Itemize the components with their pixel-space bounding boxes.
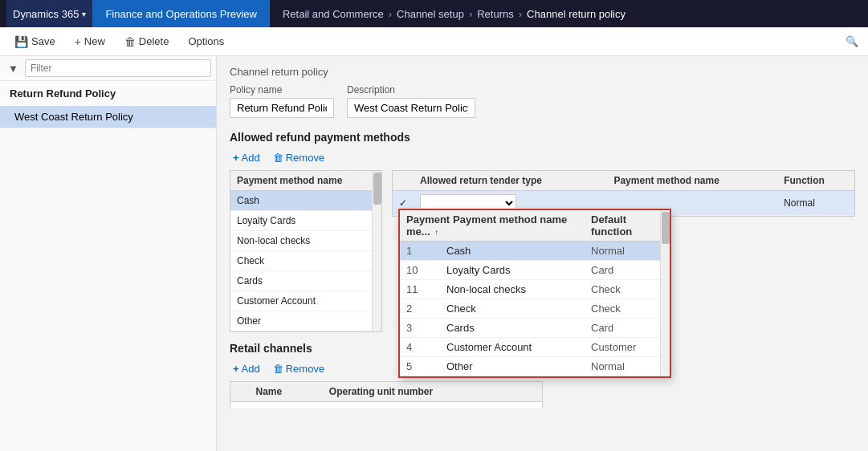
breadcrumb-item-4: Channel return policy: [527, 8, 626, 20]
popup-col3-header: Default function: [591, 213, 663, 238]
popup-row[interactable]: 4 Customer Account Customer: [400, 338, 670, 357]
options-button[interactable]: Options: [180, 32, 232, 51]
popup-row[interactable]: 3 Cards Card: [400, 319, 670, 338]
table-row[interactable]: Cash: [230, 191, 381, 211]
tender-type-col-header: Allowed return tender type: [414, 171, 607, 191]
sidebar: ▼ Return Refund Policy West Coast Return…: [0, 56, 217, 451]
retail-check-header: [230, 382, 250, 402]
save-button[interactable]: 💾 Save: [6, 32, 63, 51]
retail-add-button[interactable]: + Add: [230, 361, 263, 376]
table-row[interactable]: Customer Account: [230, 291, 381, 311]
sidebar-toolbar: ▼: [0, 56, 216, 81]
section-header: Channel return policy: [230, 66, 855, 78]
save-icon: 💾: [14, 35, 28, 48]
table-row[interactable]: Non-local checks: [230, 231, 381, 251]
dynamics-logo[interactable]: Dynamics 365 ▾: [6, 0, 92, 27]
breadcrumb-item-3[interactable]: Returns: [477, 8, 514, 20]
add-icon-2: +: [233, 363, 239, 375]
description-input[interactable]: [347, 98, 475, 118]
remove-icon: 🗑: [273, 152, 283, 164]
allowed-refund-add-button[interactable]: + Add: [230, 150, 263, 165]
delete-button[interactable]: 🗑 Delete: [116, 32, 177, 51]
payment-method-col-header2: Payment method name: [607, 171, 777, 191]
allowed-refund-title: Allowed refund payment methods: [230, 131, 855, 144]
policy-name-field: Policy name: [230, 84, 334, 118]
policy-name-input[interactable]: [230, 98, 334, 118]
popup-row[interactable]: 11 Non-local checks Check: [400, 280, 670, 299]
popup-scrollbar[interactable]: [660, 210, 670, 376]
top-nav: Dynamics 365 ▾ Finance and Operations Pr…: [0, 0, 868, 27]
delete-icon: 🗑: [124, 35, 136, 48]
remove-icon-2: 🗑: [273, 363, 283, 375]
search-button[interactable]: 🔍: [842, 32, 862, 51]
sidebar-list: Return Refund Policy West Coast Return P…: [0, 81, 216, 451]
popup-row[interactable]: 10 Loyalty Cards Card: [400, 261, 670, 280]
retail-channels-table: Name Operating unit number: [230, 381, 543, 409]
tender-type-dropdown-popup: Payment me... ↑ Payment method name Defa…: [398, 209, 671, 378]
breadcrumb-item-2[interactable]: Channel setup: [397, 8, 464, 20]
filter-input[interactable]: [25, 59, 211, 77]
add-icon: +: [233, 152, 239, 164]
function-cell: Normal: [777, 191, 854, 216]
allowed-tender-panel: Allowed return tender type Payment metho…: [392, 170, 855, 332]
filter-icon: ▼: [5, 61, 22, 76]
sidebar-group: Return Refund Policy West Coast Return P…: [0, 81, 216, 128]
payment-method-list: Payment method name Cash Loyalty Cards N…: [230, 170, 382, 332]
new-button[interactable]: + New: [67, 32, 113, 51]
app-title: Finance and Operations Preview: [92, 0, 270, 27]
content-area: Channel return policy Policy name Descri…: [217, 56, 868, 451]
popup-rows: 1 Cash Normal 10 Loyalty Cards Card 11 N…: [400, 242, 670, 376]
policy-name-label: Policy name: [230, 84, 334, 95]
table-row[interactable]: Check: [230, 251, 381, 271]
popup-row[interactable]: 1 Cash Normal: [400, 242, 670, 261]
popup-col2-header: Payment method name: [453, 213, 585, 238]
main-toolbar: 💾 Save + New 🗑 Delete Options 🔍: [0, 27, 868, 56]
payment-method-table: Payment method name Cash Loyalty Cards N…: [230, 171, 381, 331]
breadcrumb-item-1[interactable]: Retail and Commerce: [283, 8, 384, 20]
scrollbar-thumb: [373, 173, 381, 205]
check-col-header: [393, 171, 414, 191]
popup-header: Payment me... ↑ Payment method name Defa…: [400, 210, 670, 242]
main-layout: ▼ Return Refund Policy West Coast Return…: [0, 56, 868, 451]
popup-row[interactable]: 5 Other Normal: [400, 357, 670, 376]
description-field: Description: [347, 84, 475, 118]
description-label: Description: [347, 84, 475, 95]
table-row[interactable]: Other: [230, 311, 381, 331]
search-icon: 🔍: [846, 35, 858, 47]
retail-remove-button[interactable]: 🗑 Remove: [270, 361, 328, 376]
sort-icon[interactable]: ↑: [434, 228, 438, 237]
popup-scrollbar-thumb: [662, 212, 670, 244]
retail-unit-header: Operating unit number: [323, 382, 543, 402]
sidebar-item-west-coast[interactable]: West Coast Return Policy: [0, 106, 216, 128]
dynamics-logo-text: Dynamics 365: [13, 8, 79, 20]
left-table-scrollbar[interactable]: [372, 171, 381, 331]
new-icon: +: [75, 35, 81, 48]
allowed-refund-sub-toolbar: + Add 🗑 Remove: [230, 150, 855, 165]
breadcrumb-sep-1: ›: [389, 8, 392, 20]
retail-name-header: Name: [250, 382, 323, 402]
function-col-header: Function: [777, 171, 854, 191]
retail-empty-row: [230, 402, 543, 409]
chevron-down-icon: ▾: [82, 10, 86, 18]
payment-method-col-header: Payment method name: [230, 171, 381, 191]
breadcrumb-sep-2: ›: [469, 8, 472, 20]
popup-col1-header: Payment me... ↑: [406, 213, 446, 238]
payment-methods-layout: Payment method name Cash Loyalty Cards N…: [230, 170, 855, 332]
sidebar-group-header[interactable]: Return Refund Policy: [0, 81, 216, 106]
popup-row[interactable]: 2 Check Check: [400, 299, 670, 319]
allowed-refund-remove-button[interactable]: 🗑 Remove: [270, 150, 328, 165]
breadcrumb: Retail and Commerce › Channel setup › Re…: [270, 8, 638, 20]
form-row: Policy name Description: [230, 84, 855, 118]
table-row[interactable]: Cards: [230, 271, 381, 291]
breadcrumb-sep-3: ›: [519, 8, 522, 20]
table-row[interactable]: Loyalty Cards: [230, 211, 381, 231]
